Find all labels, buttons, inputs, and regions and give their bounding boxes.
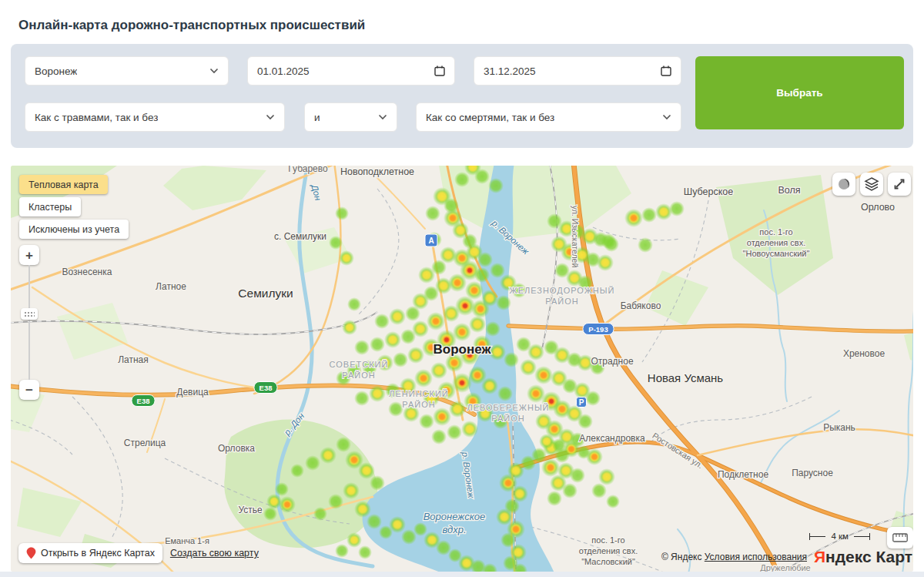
city-select[interactable]: Воронеж	[25, 56, 229, 86]
svg-text:Парусное: Парусное	[792, 468, 833, 478]
date-from-value: 01.01.2025	[257, 65, 310, 77]
svg-text:"Масловский": "Масловский"	[581, 557, 635, 566]
scale-line	[854, 536, 869, 537]
svg-text:отделения свх.: отделения свх.	[579, 546, 638, 555]
calendar-icon	[434, 65, 445, 76]
svg-text:Устье: Устье	[238, 505, 263, 515]
heatmap-mode-button[interactable]: Тепловая карта	[19, 175, 108, 194]
svg-text:Бабяково: Бабяково	[621, 300, 661, 311]
svg-text:Стрелица: Стрелица	[124, 438, 166, 448]
chevron-down-icon	[266, 114, 275, 120]
logo-ya: Я	[814, 548, 825, 565]
svg-text:Хреновое: Хреновое	[843, 348, 886, 359]
map-pin-icon	[26, 547, 36, 559]
layers-icon	[864, 176, 879, 192]
map-mode-buttons: Тепловая карта Кластеры Исключены из уче…	[19, 175, 129, 239]
panorama-button[interactable]	[832, 173, 855, 196]
svg-text:отделения свх.: отделения свх.	[747, 238, 805, 247]
date-to-value: 31.12.2025	[484, 65, 536, 77]
clusters-mode-button[interactable]: Кластеры	[19, 197, 81, 216]
scale-label: 4 км	[831, 532, 849, 541]
scale-tick	[869, 533, 870, 540]
scale-line	[810, 536, 825, 537]
svg-text:пос. 1-го: пос. 1-го	[759, 227, 792, 237]
date-from-input[interactable]: 01.01.2025	[247, 56, 455, 86]
svg-text:Е38: Е38	[137, 397, 150, 405]
svg-text:Латное: Латное	[156, 281, 186, 292]
copyright-text: © Яндекс	[661, 552, 705, 562]
svg-text:Рыкань: Рыкань	[823, 422, 855, 433]
create-map-link[interactable]: Создать свою карту	[170, 548, 259, 559]
svg-text:РАЙОН: РАЙОН	[342, 371, 375, 380]
chevron-down-icon	[209, 68, 219, 74]
map-copyright: © Яндекс Условия использования	[661, 552, 807, 562]
layers-button[interactable]	[860, 173, 883, 196]
svg-text:РАЙОН: РАЙОН	[402, 400, 435, 409]
svg-text:РАЙОН: РАЙОН	[545, 297, 578, 306]
map-render: ГубаревоНовоподклетноес. СемилукиСемилук…	[11, 166, 913, 572]
excluded-mode-button[interactable]: Исключены из учета	[19, 220, 129, 239]
svg-text:ул. Изыскателей: ул. Изыскателей	[571, 206, 580, 268]
svg-text:Е38: Е38	[259, 384, 273, 392]
injury-filter-value: Как с травмами, так и без	[35, 112, 158, 123]
date-to-input[interactable]: 31.12.2025	[474, 56, 681, 86]
zoom-slider-handle[interactable]	[21, 308, 38, 320]
conjunction-value: и	[314, 112, 320, 123]
svg-text:ЖЕЛЕЗНОДОРОЖНЫЙ: ЖЕЛЕЗНОДОРОЖНЫЙ	[510, 286, 615, 295]
conjunction-select[interactable]: и	[304, 102, 397, 132]
zoom-out-button[interactable]: −	[19, 380, 39, 400]
svg-text:Р-193: Р-193	[588, 325, 608, 334]
svg-text:Латная: Латная	[118, 354, 149, 365]
ruler-icon	[892, 533, 908, 542]
svg-text:ЛЕНИНСКИЙ: ЛЕНИНСКИЙ	[389, 389, 449, 398]
svg-text:Александровка: Александровка	[579, 433, 645, 444]
svg-text:Вознесенка: Вознесенка	[62, 267, 112, 277]
svg-text:Дружелюбие: Дружелюбие	[760, 563, 810, 572]
svg-text:Девица: Девица	[176, 387, 209, 398]
svg-text:СОВЕТСКИЙ: СОВЕТСКИЙ	[330, 360, 389, 369]
calendar-icon	[661, 65, 671, 76]
chevron-down-icon	[662, 114, 671, 120]
expand-icon	[892, 177, 906, 191]
circle-icon	[837, 177, 851, 191]
svg-text:Орловка: Орловка	[218, 443, 255, 454]
yandex-maps-logo[interactable]: Яндекс Карты	[814, 548, 913, 566]
svg-text:вдхр.: вдхр.	[442, 524, 466, 535]
zoom-slider-track[interactable]	[28, 265, 30, 380]
svg-text:Новоподклетное: Новоподклетное	[340, 166, 414, 177]
death-filter-select[interactable]: Как со смертями, так и без	[416, 102, 681, 132]
svg-text:ЛЕВОБЕРЕЖНЫЙ: ЛЕВОБЕРЕЖНЫЙ	[467, 403, 549, 412]
svg-text:Семилуки: Семилуки	[238, 287, 293, 300]
svg-text:А: А	[428, 237, 434, 245]
open-in-yandex-maps-label: Открыть в Яндекс Картах	[41, 548, 155, 559]
zoom-control: + −	[19, 245, 39, 400]
map-canvas[interactable]: ГубаревоНовоподклетноес. СемилукиСемилук…	[11, 166, 913, 572]
death-filter-value: Как со смертями, так и без	[426, 112, 554, 123]
svg-text:Шуберское: Шуберское	[684, 186, 734, 197]
injury-filter-select[interactable]: Как с травмами, так и без	[25, 102, 285, 132]
zoom-in-button[interactable]: +	[19, 245, 39, 265]
svg-text:Воронеж: Воронеж	[434, 342, 492, 357]
filter-panel: Воронеж 01.01.2025 31.12.2025 Выбрать Ка…	[11, 44, 913, 148]
drag-grip-icon	[24, 311, 35, 317]
page-title: Онлайн-карта дорожно-транспортных происш…	[18, 18, 365, 33]
svg-text:Орлово: Орлово	[861, 202, 895, 213]
open-in-yandex-maps-button[interactable]: Открыть в Яндекс Картах	[18, 543, 162, 563]
svg-text:Губарево: Губарево	[288, 166, 328, 174]
map-scale: 4 км	[809, 532, 870, 541]
svg-text:Воронежское: Воронежское	[424, 511, 486, 522]
svg-text:Воля: Воля	[778, 185, 800, 196]
svg-text:пос. 1-го: пос. 1-го	[591, 535, 624, 545]
select-button[interactable]: Выбрать	[695, 56, 904, 129]
page-background-strip	[0, 572, 924, 577]
svg-text:Новая Усмань: Новая Усмань	[648, 371, 724, 384]
logo-rest: ндекс Карты	[825, 548, 913, 565]
svg-text:с. Семилуки: с. Семилуки	[274, 231, 326, 242]
terms-of-use-link[interactable]: Условия использования	[705, 552, 807, 562]
city-select-value: Воронеж	[35, 65, 77, 77]
chevron-down-icon	[378, 114, 387, 120]
ruler-button[interactable]	[887, 527, 913, 548]
fullscreen-button[interactable]	[888, 173, 911, 196]
map-tools	[832, 173, 911, 196]
svg-text:Р: Р	[579, 398, 584, 407]
